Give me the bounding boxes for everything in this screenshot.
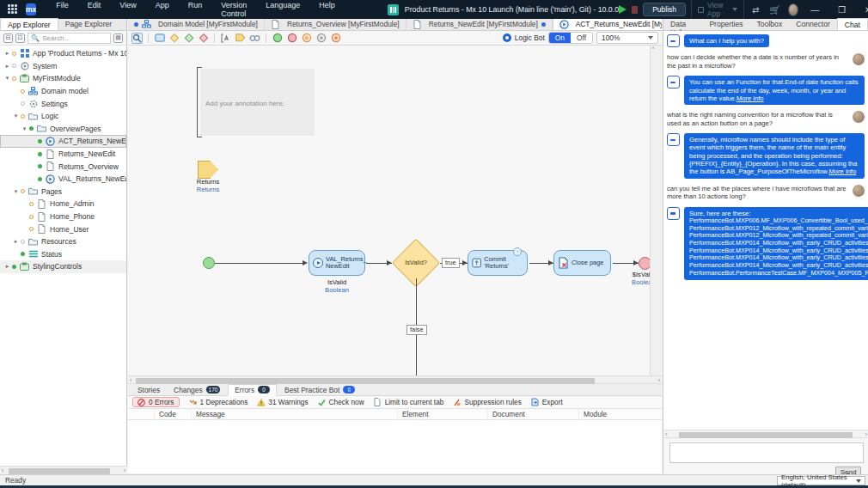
doc-tab-returns-overview-myfirstmodule-[interactable]: Returns_Overview [MyFirstModule] <box>265 19 406 30</box>
app-grid-icon[interactable] <box>8 4 17 15</box>
column-header-document[interactable]: Document <box>487 409 525 420</box>
dock-action-1-deprecations[interactable]: 1 Deprecations <box>189 398 248 406</box>
start-event-tool-icon[interactable] <box>272 33 283 44</box>
decision-green-tool-icon[interactable] <box>183 33 194 44</box>
tree-item-settings[interactable]: Settings <box>0 97 126 110</box>
scroll-thumb[interactable] <box>9 468 110 474</box>
stop-app-icon[interactable] <box>632 6 638 14</box>
scroll-thumb[interactable] <box>679 432 853 438</box>
menu-app[interactable]: App <box>148 0 177 21</box>
dock-tab-best-practice-bot[interactable]: Best Practice Bot0 <box>278 384 361 396</box>
tab-toolbox[interactable]: Toolbox <box>750 18 790 30</box>
tree-item-domain-model[interactable]: Domain model <box>0 85 126 98</box>
select-tool-icon[interactable] <box>131 33 143 44</box>
microflow-canvas[interactable]: Add your annotation here. Returns Return… <box>128 46 656 375</box>
decision-red-tool-icon[interactable] <box>198 33 209 44</box>
tree-item-logic[interactable]: ▾Logic <box>0 110 126 123</box>
doc-tab-act-returns-newedit-myfirstmodule-[interactable]: ACT_Returns_NewEdit [MyFirstModule]✕ <box>553 19 662 30</box>
sync-icon[interactable]: ⇄ <box>749 5 761 15</box>
dock-tab-errors[interactable]: Errors0 <box>228 384 277 396</box>
doc-tab-domain-model-myfirstmodule-[interactable]: Domain Model [MyFirstModule] <box>128 19 265 30</box>
column-header-module[interactable]: Module <box>578 409 607 420</box>
tree-item-app-product-returns-mx-10-launch-[interactable]: ▸App 'Product Returns - Mx 10 Launch' <box>0 47 126 60</box>
activity-close-page[interactable]: Close page <box>553 250 611 276</box>
more-info-link[interactable]: More info <box>737 95 764 102</box>
parameter-tool-icon[interactable] <box>235 33 246 44</box>
chevron-down-icon[interactable]: ▾ <box>21 125 28 132</box>
tab-properties[interactable]: Properties <box>702 18 749 30</box>
break-event-tool-icon[interactable]: b <box>301 33 312 44</box>
scroll-thumb[interactable] <box>136 378 595 384</box>
tab-connector[interactable]: Connector <box>789 18 837 30</box>
column-header-message[interactable]: Message <box>191 409 225 420</box>
menu-help[interactable]: Help <box>311 0 343 21</box>
publish-button[interactable]: Publish <box>643 3 686 16</box>
activity-val-returns[interactable]: VAL_Returns_ NewEdit <box>309 250 365 276</box>
chevron-right-icon[interactable]: ▸ <box>3 50 11 57</box>
parameter-shape[interactable] <box>198 161 218 179</box>
error-event-tool-icon[interactable] <box>330 33 341 44</box>
activity-tool-icon[interactable] <box>154 33 165 44</box>
column-header-code[interactable]: Code <box>154 409 176 420</box>
marketplace-cart-icon[interactable]: 🛒 <box>767 5 782 15</box>
canvas-vscrollbar[interactable]: ˄ <box>650 46 656 375</box>
expand-all-icon[interactable]: ⊡ <box>15 34 25 43</box>
tree-item-home-admin[interactable]: Home_Admin <box>0 198 126 210</box>
chevron-right-icon[interactable]: ▸ <box>3 263 11 270</box>
close-button[interactable]: ✕ <box>858 5 868 15</box>
mendix-logo[interactable]: mx <box>26 3 36 15</box>
tab-data-hub[interactable]: Data Hub <box>663 18 702 30</box>
tree-item-home-user[interactable]: Home_User <box>0 223 126 235</box>
chevron-right-icon[interactable]: ▸ <box>3 63 11 70</box>
minimize-button[interactable]: — <box>804 5 826 15</box>
doc-tab-returns-newedit-myfirstmodule-[interactable]: Returns_NewEdit [MyFirstModule] <box>406 19 553 30</box>
user-avatar[interactable] <box>788 3 798 16</box>
canvas-hscrollbar[interactable]: ‹ › <box>128 375 662 384</box>
dock-tab-stories[interactable]: Stories <box>131 384 166 396</box>
dock-action-check-now[interactable]: Check now <box>318 398 364 406</box>
menu-language[interactable]: Language <box>258 0 308 21</box>
explorer-search-input[interactable]: 🔍 Search... <box>28 33 111 44</box>
column-header-element[interactable]: Element <box>397 409 428 420</box>
menu-version-control[interactable]: Version Control <box>213 0 254 21</box>
tab-page-explorer[interactable]: Page Explorer <box>58 18 119 30</box>
continue-event-tool-icon[interactable] <box>315 33 327 44</box>
decision-isvalid[interactable]: IsValid? <box>392 247 440 278</box>
more-info-link[interactable]: More info <box>829 168 857 175</box>
tree-item-returns-newedit[interactable]: Returns_NewEdit <box>0 148 126 161</box>
decision-orange-tool-icon[interactable] <box>168 33 180 44</box>
dock-tab-changes[interactable]: Changes170 <box>168 384 226 396</box>
tree-item-stylingcontrols[interactable]: ▸StylingControls <box>0 260 126 273</box>
chevron-right-icon[interactable]: ▸ <box>12 238 20 245</box>
annotation-tool-icon[interactable] <box>220 33 231 44</box>
chevron-down-icon[interactable]: ▾ <box>3 75 11 82</box>
tree-item-overviewpages[interactable]: ▾OverviewPages <box>0 123 126 136</box>
tree-item-val-returns-newedit[interactable]: VAL_Returns_NewEdit <box>0 173 126 186</box>
edge-label-false[interactable]: false <box>406 325 427 335</box>
collapse-all-icon[interactable]: ⊟ <box>3 34 13 43</box>
chat-hscrollbar[interactable]: ‹ › <box>663 430 868 438</box>
tree-item-resources[interactable]: ▸Resources <box>0 235 126 248</box>
tab-app-explorer[interactable]: App Explorer <box>0 18 58 30</box>
chat-input[interactable] <box>669 442 864 463</box>
filter-settings-icon[interactable]: ▤ <box>113 34 123 43</box>
language-select[interactable]: English, United States (default) <box>777 476 865 485</box>
dock-action-suppression-rules[interactable]: Suppression rules <box>453 398 521 406</box>
dock-action-limit-to-current-tab[interactable]: Limit to current tab <box>374 398 444 406</box>
edge-label-true[interactable]: true <box>442 258 460 268</box>
toggle-on-button[interactable]: On <box>549 33 571 43</box>
tab-chat[interactable]: Chat <box>837 18 868 30</box>
dock-action-export[interactable]: Export <box>531 398 563 406</box>
start-event[interactable] <box>203 257 215 269</box>
chevron-down-icon[interactable]: ▾ <box>12 188 20 195</box>
tree-item-myfirstmodule[interactable]: ▾MyFirstModule <box>0 72 126 85</box>
explorer-hscrollbar[interactable]: ‹ › <box>0 466 127 474</box>
annotation-box[interactable]: Add your annotation here. <box>200 69 315 136</box>
toggle-off-button[interactable]: Off <box>571 33 592 43</box>
chevron-down-icon[interactable] <box>732 8 737 11</box>
zoom-level-select[interactable]: 100% <box>596 32 658 44</box>
tree-item-status[interactable]: Status <box>0 248 126 261</box>
tree-item-system[interactable]: ▸System <box>0 60 126 73</box>
maximize-button[interactable]: ❒ <box>831 5 853 15</box>
tree-item-home-phone[interactable]: Home_Phone <box>0 210 126 223</box>
